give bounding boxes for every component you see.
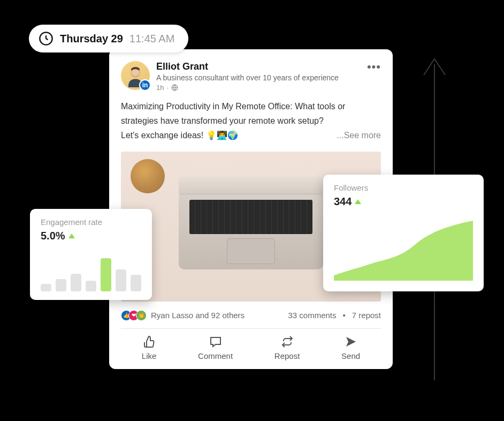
post-menu-button[interactable]: ••• <box>367 61 381 73</box>
comment-label: Comment <box>198 351 233 360</box>
comments-count[interactable]: 33 comments <box>288 311 336 320</box>
author-subtitle: A business consultant with over 10 years… <box>156 73 361 82</box>
repost-icon <box>281 335 294 348</box>
engagement-label: Engagement rate <box>41 217 141 227</box>
linkedin-icon: in <box>139 79 151 91</box>
send-icon <box>345 335 357 348</box>
followers-value: 344 <box>334 196 352 208</box>
likes-summary[interactable]: Ryan Lasso and 92 others <box>151 311 245 320</box>
post-text-2: Let's exchange ideas! 💡👨‍💻🌍 <box>121 131 238 140</box>
post-age: 1h <box>156 84 164 92</box>
globe-icon <box>171 84 178 91</box>
like-button[interactable]: Like <box>142 335 157 360</box>
comment-icon <box>209 335 222 348</box>
send-button[interactable]: Send <box>341 335 360 360</box>
comment-button[interactable]: Comment <box>198 335 233 360</box>
avatar[interactable]: in <box>121 61 150 90</box>
author-name[interactable]: Elliot Grant <box>156 61 361 72</box>
laptop-graphic <box>179 176 323 269</box>
post-actions: Like Comment Repost Send <box>109 329 393 360</box>
reactions-stack[interactable]: 👍 ❤ 👏 <box>121 310 147 321</box>
post-meta: 1h · <box>156 84 361 92</box>
trend-up-icon <box>68 234 75 238</box>
like-label: Like <box>142 351 157 360</box>
timestamp-day: Thursday 29 <box>60 33 123 45</box>
followers-label: Followers <box>334 183 473 192</box>
clap-reaction-icon: 👏 <box>136 310 147 321</box>
see-more-link[interactable]: ...See more <box>337 128 381 142</box>
followers-area-chart <box>334 216 473 281</box>
scheduled-time-pill: Thursday 29 11:45 AM <box>29 25 188 52</box>
trend-up-icon <box>355 199 361 204</box>
coffee-cup-graphic <box>131 159 165 193</box>
engagement-value: 5.0% <box>41 230 65 242</box>
post-body: Maximizing Productivity in My Remote Off… <box>109 92 393 148</box>
clock-icon <box>39 31 54 46</box>
engagement-rate-widget: Engagement rate 5.0% <box>30 209 152 300</box>
repost-count[interactable]: 7 repost <box>352 311 381 320</box>
send-label: Send <box>341 351 360 360</box>
repost-button[interactable]: Repost <box>274 335 300 360</box>
repost-label: Repost <box>274 351 300 360</box>
timestamp-time: 11:45 AM <box>129 33 175 45</box>
engagement-bar-chart <box>41 250 141 291</box>
post-text-1: Maximizing Productivity in My Remote Off… <box>121 102 345 125</box>
like-icon <box>143 335 156 348</box>
post-stats: 👍 ❤ 👏 Ryan Lasso and 92 others 33 commen… <box>109 302 393 328</box>
post-header: in Elliot Grant A business consultant wi… <box>109 61 393 92</box>
followers-widget: Followers 344 <box>323 175 484 291</box>
